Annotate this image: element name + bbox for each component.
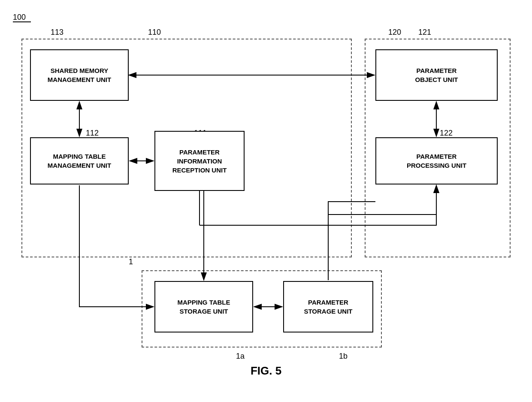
ref-112: 112 [86,129,99,138]
ref-1: 1 [129,257,133,266]
ref-120: 120 [388,28,401,37]
ref-1b: 1b [339,352,348,361]
ref-113: 113 [51,28,63,37]
param-processing-box: PARAMETERPROCESSING UNIT [375,137,498,184]
param-storage-box: PARAMETERSTORAGE UNIT [283,281,373,332]
ref-100: 100 [13,13,26,22]
param-object-box: PARAMETEROBJECT UNIT [375,49,498,101]
shared-memory-box: SHARED MEMORYMANAGEMENT UNIT [30,49,129,101]
ref-122: 122 [440,129,453,138]
ref-121: 121 [418,28,431,37]
fig-label: FIG. 5 [251,364,281,378]
mapping-table-mgmt-box: MAPPING TABLEMANAGEMENT UNIT [30,137,129,184]
param-info-reception-box: PARAMETERINFORMATIONRECEPTION UNIT [154,131,245,191]
ref-1a: 1a [236,352,245,361]
ref-110: 110 [148,28,161,37]
diagram: 100 110 120 121 1 113 112 111 122 1a 1b … [9,9,523,386]
mapping-table-storage-box: MAPPING TABLESTORAGE UNIT [154,281,253,332]
